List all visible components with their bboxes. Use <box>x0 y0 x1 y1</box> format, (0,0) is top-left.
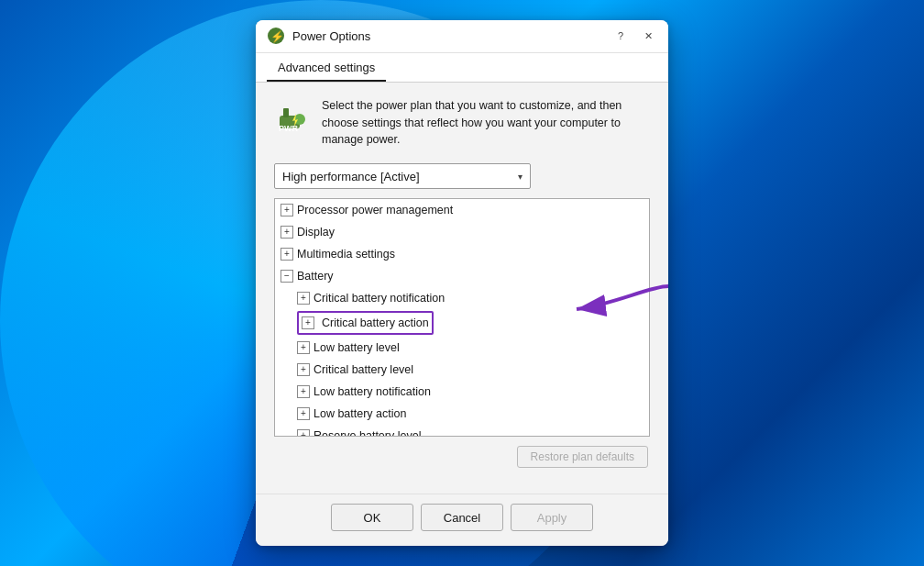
tree-label-low-level: Low battery level <box>314 338 400 357</box>
expander-processor[interactable]: + <box>280 204 293 216</box>
tabs-bar: Advanced settings <box>256 53 668 83</box>
power-options-dialog: ⚡ Power Options ? ✕ Advanced settings <box>256 20 668 546</box>
tree-item-low-notification[interactable]: + Low battery notification <box>275 381 649 403</box>
ok-button[interactable]: OK <box>331 504 413 531</box>
power-options-icon: ⚡ <box>267 27 285 45</box>
expander-display[interactable]: + <box>280 226 293 239</box>
expander-battery[interactable]: − <box>280 270 293 283</box>
expander-low-action[interactable]: + <box>297 407 310 420</box>
dialog-content: PWR Select the power plan that you want … <box>256 83 668 494</box>
settings-tree[interactable]: + Processor power management + Display +… <box>274 198 650 437</box>
expander-multimedia[interactable]: + <box>280 248 293 261</box>
tree-item-battery[interactable]: − Battery <box>275 265 649 287</box>
help-button[interactable]: ? <box>608 23 633 49</box>
description-text: Select the power plan that you want to c… <box>322 97 650 149</box>
advanced-settings-tab[interactable]: Advanced settings <box>267 53 386 82</box>
expander-reserve-level[interactable]: + <box>297 429 310 437</box>
dialog-title: Power Options <box>292 29 608 43</box>
tree-label-multimedia: Multimedia settings <box>297 245 395 263</box>
tree-label-battery: Battery <box>297 267 334 285</box>
expander-low-level[interactable]: + <box>297 341 310 354</box>
tree-label-display: Display <box>297 223 335 241</box>
tree-item-critical-action[interactable]: + Critical battery action <box>275 309 649 337</box>
tree-item-critical-level[interactable]: + Critical battery level <box>275 359 649 381</box>
svg-text:PWR: PWR <box>279 124 298 133</box>
expander-critical-level[interactable]: + <box>297 363 310 376</box>
chevron-down-icon: ▾ <box>518 172 522 182</box>
expander-low-notification[interactable]: + <box>297 385 310 398</box>
tree-item-low-level[interactable]: + Low battery level <box>275 337 649 359</box>
title-bar-controls: ? ✕ <box>608 23 661 49</box>
tree-item-critical-notification[interactable]: + Critical battery notification <box>275 287 649 309</box>
tree-item-reserve-level[interactable]: + Reserve battery level <box>275 425 649 437</box>
tree-item-low-action[interactable]: + Low battery action <box>275 403 649 425</box>
tree-label-low-action: Low battery action <box>314 405 406 423</box>
dropdown-row: High performance [Active] ▾ <box>274 163 650 189</box>
tree-item-display[interactable]: + Display <box>275 221 649 243</box>
cancel-button[interactable]: Cancel <box>421 504 503 531</box>
tree-label-critical-level: Critical battery level <box>314 361 413 379</box>
dropdown-value: High performance [Active] <box>282 170 420 183</box>
restore-row: Restore plan defaults <box>274 446 650 468</box>
dialog-wrapper: ⚡ Power Options ? ✕ Advanced settings <box>0 0 924 566</box>
tree-label-critical-action: Critical battery action <box>322 314 429 332</box>
critical-action-highlight-box: + Critical battery action <box>297 311 434 335</box>
svg-rect-3 <box>283 108 289 117</box>
tree-item-multimedia[interactable]: + Multimedia settings <box>275 243 649 265</box>
tree-label-processor: Processor power management <box>297 201 453 219</box>
apply-button[interactable]: Apply <box>511 504 593 531</box>
tree-label-low-notification: Low battery notification <box>314 383 431 401</box>
power-plan-icon: PWR <box>274 99 311 136</box>
svg-text:⚡: ⚡ <box>270 29 284 43</box>
tree-label-reserve-level: Reserve battery level <box>314 427 421 437</box>
expander-critical-action[interactable]: + <box>302 316 314 329</box>
restore-plan-defaults-button[interactable]: Restore plan defaults <box>517 446 648 468</box>
expander-critical-notification[interactable]: + <box>297 292 310 305</box>
close-button[interactable]: ✕ <box>635 23 661 49</box>
description-row: PWR Select the power plan that you want … <box>274 97 650 149</box>
bottom-buttons: OK Cancel Apply <box>256 494 668 546</box>
tree-label-critical-notification: Critical battery notification <box>314 289 445 307</box>
tree-item-processor[interactable]: + Processor power management <box>275 199 649 221</box>
power-plan-dropdown[interactable]: High performance [Active] ▾ <box>274 163 531 189</box>
title-bar: ⚡ Power Options ? ✕ <box>256 20 668 53</box>
